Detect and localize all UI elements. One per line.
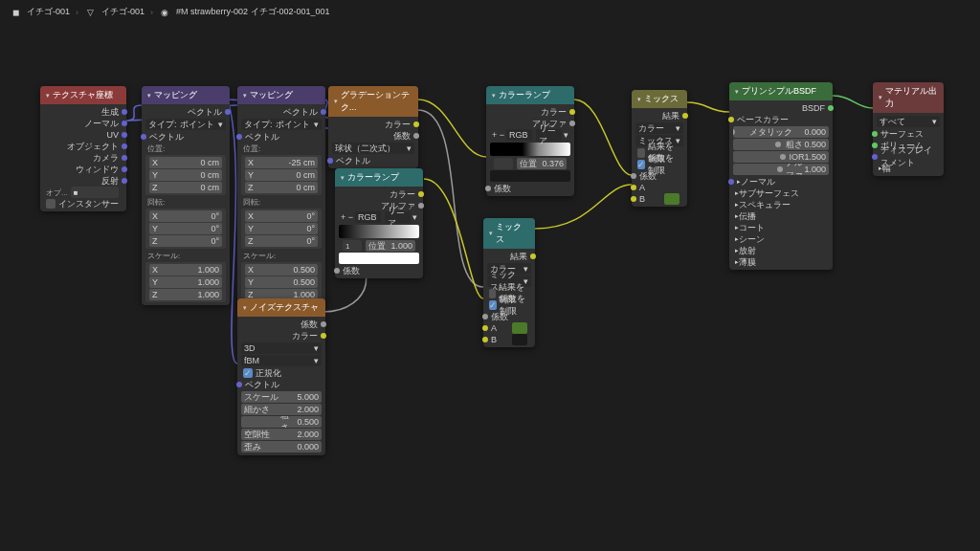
node-header[interactable]: ▾グラデーションテク... bbox=[328, 86, 418, 117]
node-material-output[interactable]: ▾マテリアル出力 すべて▾ サーフェス ボリューム ディスプレイスメント ▸幅 bbox=[873, 82, 944, 176]
node-header[interactable]: ▾カラーランプ bbox=[335, 168, 423, 187]
node-principled-bsdf[interactable]: ▾プリンシプルBSDF BSDF ベースカラー メタリック0.000 粗さ0.5… bbox=[729, 82, 833, 270]
node-editor[interactable]: ▾テクスチャ座標 生成 ノーマル UV オブジェクト カメラ ウィンドウ 反射 … bbox=[0, 0, 980, 551]
node-mix-1[interactable]: ▾ミックス 結果 カラー▾ ミックス▾ 結果を制限 ✓係数を制限 係数 A B bbox=[632, 90, 687, 207]
node-header[interactable]: ▾プリンシプルBSDF bbox=[729, 82, 833, 100]
node-noise-texture[interactable]: ▾ノイズテクスチャ 係数 カラー 3D▾ fBM▾ ✓正規化 ベクトル スケール… bbox=[237, 298, 325, 455]
node-texture-coordinate[interactable]: ▾テクスチャ座標 生成 ノーマル UV オブジェクト カメラ ウィンドウ 反射 … bbox=[40, 86, 126, 211]
node-header[interactable]: ▾マテリアル出力 bbox=[873, 82, 944, 113]
type-dropdown[interactable]: タイプ:ポイント▾ bbox=[145, 119, 226, 130]
node-header[interactable]: ▾ミックス bbox=[632, 90, 687, 108]
node-header[interactable]: ▾マッピング bbox=[142, 86, 230, 104]
node-header[interactable]: ▾マッピング bbox=[237, 86, 325, 104]
node-gradient-texture[interactable]: ▾グラデーションテク... カラー 係数 球状（二次式）▾ ベクトル bbox=[328, 86, 418, 168]
node-header[interactable]: ▾ノイズテクスチャ bbox=[237, 298, 325, 317]
color-ramp-gradient[interactable] bbox=[339, 225, 419, 238]
node-mapping-1[interactable]: ▾マッピング ベクトル タイプ:ポイント▾ ベクトル 位置: X0 cm Y0 … bbox=[142, 86, 230, 305]
node-mapping-2[interactable]: ▾マッピング ベクトル タイプ:ポイント▾ ベクトル 位置: X-25 cm Y… bbox=[237, 86, 325, 305]
node-color-ramp-1[interactable]: ▾カラーランプ カラー アルファ + −RGBリニア▾ 位置0.376 係数 bbox=[486, 86, 574, 196]
normalize-check[interactable]: ✓ bbox=[243, 368, 253, 378]
node-header[interactable]: ▾カラーランプ bbox=[486, 86, 574, 104]
node-color-ramp-2[interactable]: ▾カラーランプ カラー アルファ + −RGBリニア▾ 1位置1.000 係数 bbox=[335, 168, 423, 278]
object-field[interactable]: ■ bbox=[71, 187, 119, 198]
node-header[interactable]: ▾テクスチャ座標 bbox=[40, 86, 126, 104]
instancer-check[interactable] bbox=[46, 199, 56, 209]
node-header[interactable]: ▾ミックス bbox=[483, 218, 535, 249]
node-mix-2[interactable]: ▾ミックス 結果 カラー▾ ミックス▾ 結果を制限 ✓係数を制限 係数 A B bbox=[483, 218, 535, 347]
